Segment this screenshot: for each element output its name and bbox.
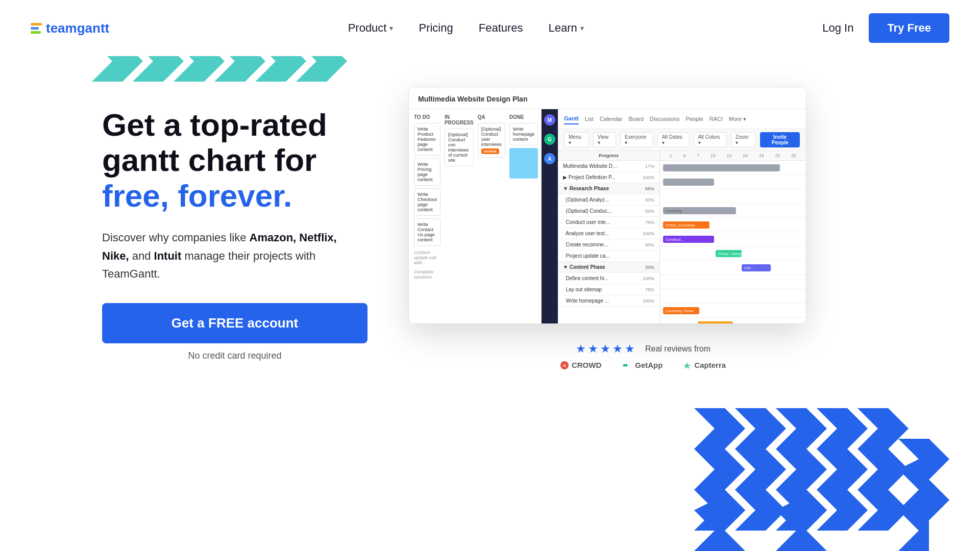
kanban-card: Write homepage content xyxy=(509,123,538,145)
logo-text: teamgantt xyxy=(46,20,109,36)
sidebar-avatar-1: M xyxy=(544,114,555,126)
reviews-stars-row: ★ ★ ★ ★ ★ Real reviews from xyxy=(408,332,878,361)
hero-section: Get a top-rated gantt chart for free, fo… xyxy=(0,56,980,405)
invite-people-button[interactable]: Invite People xyxy=(760,132,800,147)
review-source-getapp: GetApp xyxy=(622,361,663,369)
svg-marker-6 xyxy=(694,408,745,531)
kanban-card: Write Pricing page content xyxy=(414,158,440,186)
kanban-col-todo: To Do Write Product Features page conten… xyxy=(414,114,440,280)
star-2: ★ xyxy=(588,342,598,356)
app-content: To Do Write Product Features page conten… xyxy=(409,109,806,323)
star-3: ★ xyxy=(600,342,610,356)
company-netflix: Netflix, xyxy=(299,231,336,244)
g2crowd-icon: G xyxy=(560,361,569,369)
kanban-col-qa: QA [Optional] Conduct user interviews re… xyxy=(478,114,505,280)
sidebar-avatar-2: G xyxy=(544,134,555,145)
app-title: Multimedia Website Design Plan xyxy=(418,95,527,103)
tab-discussions[interactable]: Discussions xyxy=(650,114,680,124)
review-source-capterra: Capterra xyxy=(683,361,726,369)
kanban-columns: To Do Write Product Features page conten… xyxy=(414,114,536,280)
gantt-bar xyxy=(663,164,780,171)
no-credit-card-text: No credit card required xyxy=(102,350,368,361)
hero-heading-blue: free, forever. xyxy=(102,178,292,213)
filter-all-colors[interactable]: All Colors ▾ xyxy=(694,132,727,147)
gantt-bar: Chloe, Henry xyxy=(716,250,742,257)
task-row: Lay out sitemap 75% xyxy=(558,284,659,295)
chevron-down-icon: ▾ xyxy=(389,24,393,32)
review-sources: G CROWD GetApp Capterra xyxy=(408,361,878,374)
logo[interactable]: teamgantt xyxy=(31,20,109,36)
getapp-icon xyxy=(622,362,632,369)
filter-view[interactable]: View ▾ xyxy=(593,132,616,147)
gantt-tabs: Gantt List Calendar Board Discussions Pe… xyxy=(558,109,806,129)
gantt-bars-area: 14 710 1316 1922 25 xyxy=(660,151,806,323)
nav-pricing[interactable]: Pricing xyxy=(419,21,453,35)
tab-raci[interactable]: RACI xyxy=(709,114,723,124)
svg-marker-10 xyxy=(857,408,909,531)
filter-zoom[interactable]: Zoom ▾ xyxy=(731,132,756,147)
tab-board[interactable]: Board xyxy=(629,114,644,124)
star-rating: ★ ★ ★ ★ ★ xyxy=(576,342,635,356)
kanban-col-inprogress: In Progress [Optional] Conduct con inter… xyxy=(445,114,474,280)
logo-bar-1 xyxy=(31,23,42,26)
tab-list[interactable]: List xyxy=(585,114,594,124)
reviews-area: ★ ★ ★ ★ ★ Real reviews from G CROWD xyxy=(408,332,878,374)
hero-left: Get a top-rated gantt chart for free, fo… xyxy=(102,87,368,361)
gantt-dark-sidebar: M G A xyxy=(542,109,558,323)
main-nav: Product ▾ Pricing Features Learn ▾ xyxy=(348,21,584,35)
nav-features[interactable]: Features xyxy=(479,21,523,35)
task-row: ▶ Project Definition P... 100% xyxy=(558,172,659,183)
cta-free-account-button[interactable]: Get a FREE account xyxy=(102,303,368,343)
task-row: (Optional) Analyz... 50% xyxy=(558,194,659,206)
task-row: (Optional) Conduc... 50% xyxy=(558,206,659,217)
logo-icon xyxy=(31,23,42,34)
nav-learn-label: Learn xyxy=(549,21,577,35)
logo-part2: gantt xyxy=(77,20,110,36)
gantt-bar-row xyxy=(660,289,806,304)
gantt-bar-row: Chloe, Courtney xyxy=(660,218,806,232)
header: teamgantt Product ▾ Pricing Features Lea… xyxy=(0,0,980,56)
task-row: Multimedia Website D... 17% xyxy=(558,161,659,172)
filter-all-dates[interactable]: All Dates ▾ xyxy=(657,132,690,147)
gantt-bar: Conduct... xyxy=(663,236,714,243)
tab-more[interactable]: More ▾ xyxy=(729,114,746,124)
task-section-row: ▼ Research Phase 69% xyxy=(558,183,659,194)
gantt-bar-row: Courtney xyxy=(660,204,806,218)
review-source-g2crowd: G CROWD xyxy=(560,361,601,369)
kanban-card: [Optional] Conduct user interviews revie… xyxy=(478,123,505,158)
gantt-bar-row: Lay out s... xyxy=(660,318,806,323)
task-row: Project update ca... xyxy=(558,251,659,262)
hero-heading-line2: gantt chart for xyxy=(102,142,316,178)
gantt-date-header: 14 710 1316 1922 25 xyxy=(660,151,806,161)
done-blue-box xyxy=(509,148,538,179)
hero-heading: Get a top-rated gantt chart for free, fo… xyxy=(102,107,368,213)
gantt-progress-header: Progress xyxy=(558,151,659,161)
nav-learn[interactable]: Learn ▾ xyxy=(549,21,584,35)
gantt-bar-row: Courtney, Drew xyxy=(660,304,806,318)
tab-calendar[interactable]: Calendar xyxy=(600,114,623,124)
gantt-bar: Chl... xyxy=(742,264,771,271)
nav-product-label: Product xyxy=(348,21,387,35)
login-button[interactable]: Log In xyxy=(822,21,853,35)
svg-marker-9 xyxy=(817,408,868,531)
task-row: Analyze user test... 100% xyxy=(558,228,659,239)
gantt-bar-row xyxy=(660,161,806,175)
filter-everyone[interactable]: Everyone ▾ xyxy=(620,132,653,147)
filter-menu[interactable]: Menu ▾ xyxy=(564,132,589,147)
gantt-filters: Menu ▾ View ▾ Everyone ▾ All Dates ▾ All… xyxy=(558,129,806,151)
gantt-bar-row: Conduct... xyxy=(660,232,806,246)
tab-gantt[interactable]: Gantt xyxy=(564,113,579,124)
nav-product[interactable]: Product ▾ xyxy=(348,21,394,35)
star-1: ★ xyxy=(576,342,586,356)
task-section-row: ▼ Content Phase 33% xyxy=(558,262,659,273)
svg-marker-8 xyxy=(776,408,827,531)
reviews-text: Real reviews from xyxy=(645,344,710,354)
tab-people[interactable]: People xyxy=(686,114,703,124)
gantt-bar xyxy=(663,179,714,186)
svg-marker-12 xyxy=(776,490,827,551)
svg-marker-7 xyxy=(735,408,786,531)
hero-subtext: Discover why companies like Amazon, Netf… xyxy=(102,229,368,283)
task-row: Conduct user inte... 75% xyxy=(558,217,659,228)
try-free-button[interactable]: Try Free xyxy=(869,13,949,43)
task-row: Write homepage ... 100% xyxy=(558,295,659,307)
